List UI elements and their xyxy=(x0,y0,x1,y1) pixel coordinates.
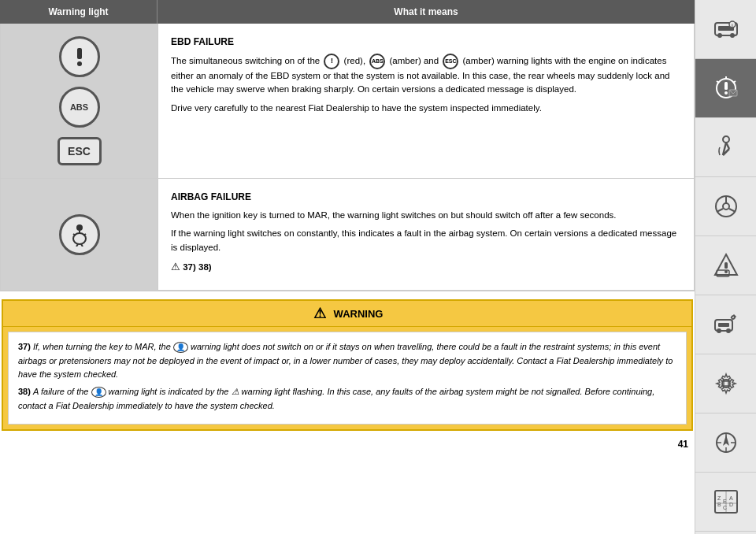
svg-point-11 xyxy=(730,33,735,38)
svg-line-29 xyxy=(717,209,723,212)
warning-lights-icon xyxy=(712,74,740,102)
svg-point-37 xyxy=(726,328,731,333)
airbag-notes: ⚠ 37) 38) xyxy=(171,259,681,275)
airbag-para-1: When the ignition key is turned to MAR, … xyxy=(171,209,681,222)
svg-point-27 xyxy=(723,203,729,210)
sidebar-item-car-info[interactable]: i xyxy=(695,0,756,59)
inline-esc-icon: ESC xyxy=(443,54,458,69)
svg-point-10 xyxy=(717,33,722,38)
svg-rect-38 xyxy=(718,323,729,327)
svg-point-39 xyxy=(732,316,735,319)
sidebar-item-steering[interactable] xyxy=(695,177,756,236)
warning-box: ⚠ WARNING 37) If, when turning the key t… xyxy=(2,299,693,431)
airbag-para-2: If the warning light switches on constan… xyxy=(171,227,681,254)
ebd-failure-title: EBD FAILURE xyxy=(171,35,681,49)
table-header: Warning light What it means xyxy=(0,0,695,24)
ebd-para-2: Drive very carefully to the nearest Fiat… xyxy=(171,102,681,115)
exclamation-warning-icon xyxy=(59,36,100,77)
sidebar-item-warning-lights[interactable] xyxy=(695,59,756,118)
svg-line-8 xyxy=(81,244,83,247)
svg-rect-16 xyxy=(724,82,728,90)
svg-line-24 xyxy=(726,143,729,149)
svg-point-22 xyxy=(723,136,729,143)
svg-text:D: D xyxy=(729,502,733,507)
note-37-text: If, when turning the key to MAR, the 👤 w… xyxy=(18,342,673,379)
inline-abs-icon: ABS xyxy=(369,54,385,69)
header-warning-light: Warning light xyxy=(0,0,158,24)
ebd-para-1: The simultaneous switching on of the ! (… xyxy=(171,54,681,97)
svg-point-1 xyxy=(77,61,82,66)
sidebar-item-seatbelt[interactable] xyxy=(695,118,756,177)
seatbelt-icon xyxy=(712,133,740,161)
ebd-failure-text: EBD FAILURE The simultaneous switching o… xyxy=(158,24,694,178)
header-meaning: What it means xyxy=(158,0,695,24)
navigation-icon xyxy=(712,428,740,457)
inline-exclamation-icon: ! xyxy=(324,54,339,69)
warning-triangle-icon: ⚠ xyxy=(312,306,328,321)
car-info-icon: i xyxy=(712,15,740,43)
sidebar-item-navigation[interactable] xyxy=(695,413,756,473)
note-38-text: A failure of the 👤 warning light is indi… xyxy=(18,387,654,410)
note-38: 38) A failure of the 👤 warning light is … xyxy=(18,385,676,413)
warning-notes: 37) If, when turning the key to MAR, the… xyxy=(8,332,687,425)
svg-line-7 xyxy=(76,244,78,247)
gear-icon xyxy=(712,369,740,398)
note-37: 37) If, when turning the key to MAR, the… xyxy=(18,340,676,382)
warning-title: WARNING xyxy=(334,308,384,320)
svg-line-30 xyxy=(729,209,736,212)
airbag-icons-col xyxy=(1,179,158,290)
car-service-icon xyxy=(712,310,740,339)
esc-warning-icon: ESC xyxy=(57,137,102,165)
svg-text:C: C xyxy=(723,505,727,510)
svg-point-2 xyxy=(76,224,83,231)
road-hazard-icon xyxy=(712,251,740,280)
sidebar-item-road-hazard[interactable] xyxy=(695,236,756,295)
abs-warning-icon: ABS xyxy=(59,87,100,128)
svg-rect-32 xyxy=(724,262,728,269)
sidebar-item-index[interactable]: Z B E C A D xyxy=(695,473,756,532)
page-footer: 41 xyxy=(0,436,695,453)
airbag-warning-icon xyxy=(59,214,100,255)
airbag-failure-text: AIRBAG FAILURE When the ignition key is … xyxy=(158,179,694,290)
table-body: ABS ESC EBD FAILURE The simultaneous swi… xyxy=(0,24,695,291)
table-row: AIRBAG FAILURE When the ignition key is … xyxy=(1,179,694,291)
airbag-failure-title: AIRBAG FAILURE xyxy=(171,190,681,204)
sidebar-item-settings[interactable] xyxy=(695,354,756,413)
note-37-label: 37) xyxy=(18,342,31,351)
ebd-icons-col: ABS ESC xyxy=(1,24,158,178)
page-number: 41 xyxy=(678,439,688,450)
warning-header: ⚠ WARNING xyxy=(3,301,691,327)
note-38-label: 38) xyxy=(18,387,31,396)
svg-rect-0 xyxy=(77,48,82,59)
svg-text:A: A xyxy=(729,495,733,501)
steering-icon xyxy=(712,192,740,221)
alphabet-index-icon: Z B E C A D xyxy=(712,488,740,516)
sidebar: i xyxy=(695,0,756,534)
table-row: ABS ESC EBD FAILURE The simultaneous swi… xyxy=(1,24,694,179)
svg-point-17 xyxy=(724,91,728,95)
svg-text:B: B xyxy=(717,502,721,507)
svg-point-36 xyxy=(717,328,721,333)
svg-text:Z: Z xyxy=(717,495,721,501)
sidebar-item-car-service[interactable] xyxy=(695,295,756,354)
